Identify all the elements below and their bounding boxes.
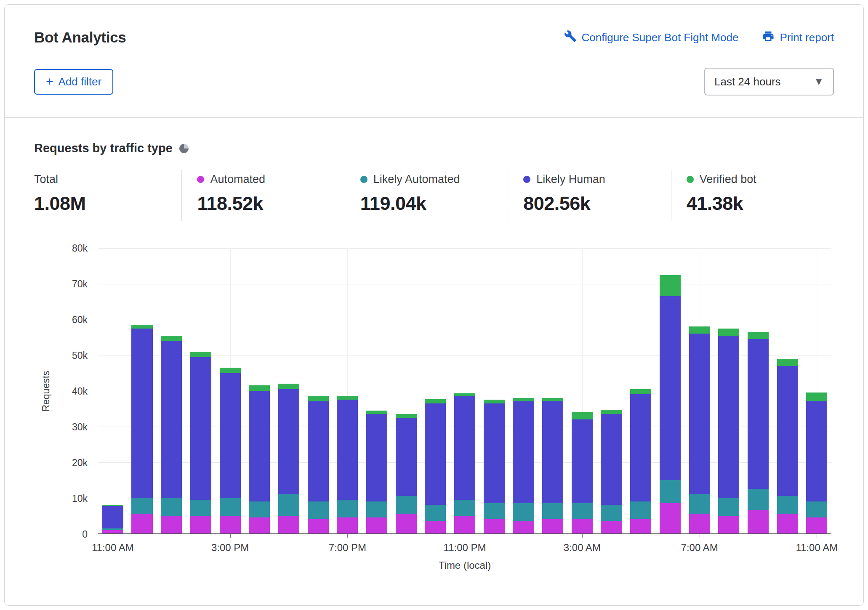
bar-segment-likely-human	[220, 373, 241, 498]
bar-segment-automated	[630, 519, 651, 533]
stacked-bar	[102, 248, 123, 533]
y-tick-label: 60k	[72, 314, 88, 326]
x-tick-label: 11:00 PM	[444, 542, 486, 554]
bar-segment-verified-bot	[484, 400, 505, 403]
bar-segment-verified-bot	[718, 329, 739, 336]
bar-segment-automated	[220, 516, 241, 533]
stat-automated-value: 118.52k	[197, 193, 344, 215]
stacked-bar	[484, 248, 505, 533]
bar-segment-verified-bot	[748, 332, 769, 339]
bar-segment-likely-automated	[601, 505, 622, 521]
bar-slot	[509, 248, 538, 533]
y-tick-label: 20k	[72, 457, 88, 469]
x-tick-mark	[700, 534, 700, 538]
configure-super-bot-fight-mode-link[interactable]: Configure Super Bot Fight Mode	[564, 30, 739, 45]
printer-icon	[762, 30, 775, 45]
bar-segment-likely-human	[777, 366, 798, 496]
bar-segment-likely-automated	[542, 503, 563, 519]
stacked-bar	[806, 248, 827, 533]
stat-likely-human-value: 802.56k	[523, 193, 671, 215]
bar-segment-verified-bot	[278, 384, 299, 389]
bar-segment-likely-automated	[513, 503, 534, 521]
bar-segment-verified-bot	[513, 398, 534, 401]
bar-segment-likely-automated	[748, 489, 769, 510]
bar-slot: 11:00 AM	[98, 248, 128, 533]
bar-slot	[186, 248, 216, 533]
bar-segment-verified-bot	[454, 393, 475, 396]
bar-segment-automated	[484, 519, 505, 533]
chart-plot: Time (local) 11:00 AM3:00 PM7:00 PM11:00…	[98, 248, 831, 534]
bar-segment-likely-automated	[777, 496, 798, 514]
y-tick-label: 50k	[72, 350, 88, 361]
x-tick-label: 3:00 PM	[211, 542, 249, 554]
bar-segment-automated	[542, 519, 563, 533]
time-range-dropdown[interactable]: Last 24 hours ▼	[704, 68, 834, 95]
x-tick-label: 7:00 PM	[329, 542, 366, 554]
stacked-bar	[748, 248, 769, 533]
stat-likely-human: Likely Human 802.56k	[508, 170, 671, 221]
bar-slot	[773, 248, 802, 533]
bar-segment-likely-human	[249, 391, 270, 501]
stat-verified-bot: Verified bot 41.38k	[671, 170, 834, 221]
legend-dot-likely-automated	[360, 176, 367, 183]
bar-segment-verified-bot	[777, 359, 798, 366]
bar-segment-verified-bot	[425, 399, 446, 403]
x-tick-label: 11:00 AM	[796, 542, 838, 554]
bar-segment-likely-human	[366, 414, 387, 501]
bar-segment-automated	[131, 514, 152, 533]
stacked-bar	[366, 248, 387, 533]
legend-dot-automated	[197, 176, 204, 183]
bar-segment-likely-automated	[630, 501, 651, 519]
bar-slot	[391, 248, 421, 533]
bar-segment-likely-human	[718, 336, 739, 498]
bar-segment-likely-automated	[484, 503, 505, 519]
bar-segment-likely-automated	[190, 500, 211, 516]
bar-slot	[304, 248, 333, 533]
stat-automated-label: Automated	[210, 173, 265, 186]
bar-segment-likely-human	[660, 296, 681, 480]
bar-slot	[362, 248, 391, 533]
stat-total: Total 1.08M	[34, 170, 181, 221]
chart-section: Requests by traffic type Total 1.08M Aut…	[5, 118, 863, 589]
x-tick-label: 7:00 AM	[681, 542, 718, 554]
bar-segment-verified-bot	[601, 410, 622, 414]
bar-segment-verified-bot	[337, 396, 358, 400]
print-report-link[interactable]: Print report	[762, 30, 834, 45]
stacked-bar	[630, 248, 651, 533]
bar-segment-verified-bot	[660, 275, 681, 297]
bar-segment-automated	[249, 517, 270, 533]
add-filter-button[interactable]: + Add filter	[34, 69, 113, 95]
bar-segment-likely-human	[748, 339, 769, 489]
bar-slot: 3:00 AM	[567, 248, 597, 533]
bar-segment-likely-human	[542, 401, 563, 503]
bar-segment-automated	[337, 517, 358, 533]
bar-segment-likely-human	[425, 403, 446, 505]
stacked-bar	[542, 248, 563, 533]
x-tick-mark	[582, 534, 583, 538]
chevron-down-icon: ▼	[814, 76, 824, 88]
bar-segment-automated	[748, 510, 769, 533]
bar-slot: 11:00 AM	[802, 248, 832, 533]
bar-slot	[597, 248, 626, 533]
x-tick-mark	[113, 534, 113, 538]
bar-segment-automated	[366, 517, 387, 533]
bar-segment-automated	[601, 521, 622, 533]
stat-total-value: 1.08M	[34, 193, 181, 215]
bar-segment-likely-human	[630, 394, 651, 501]
stacked-bar	[220, 248, 241, 533]
bar-segment-verified-bot	[249, 385, 270, 391]
print-link-label: Print report	[780, 31, 834, 44]
bot-analytics-card: Bot Analytics Configure Super Bot Fight …	[4, 4, 864, 606]
bar-segment-likely-automated	[718, 498, 739, 515]
bar-segment-likely-human	[601, 414, 622, 505]
bar-segment-automated	[425, 521, 446, 533]
y-tick-label: 0	[82, 529, 88, 540]
bar-segment-likely-automated	[689, 494, 710, 514]
bar-segment-automated	[572, 519, 593, 533]
stacked-bar	[425, 248, 446, 533]
bar-segment-verified-bot	[220, 368, 241, 373]
x-tick-mark	[465, 534, 465, 538]
bar-segment-likely-automated	[308, 501, 329, 519]
bar-segment-likely-human	[131, 329, 152, 498]
bar-segment-automated	[454, 516, 475, 533]
